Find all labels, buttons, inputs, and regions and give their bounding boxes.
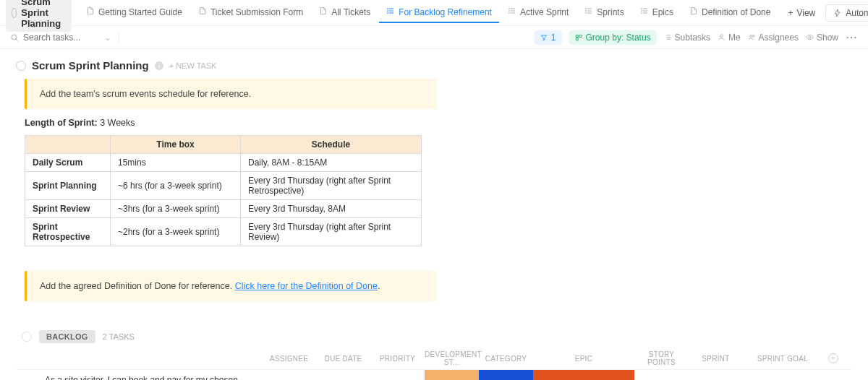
add-column-button[interactable]: + (828, 353, 838, 363)
doc-icon (689, 7, 698, 17)
info-icon[interactable]: i (155, 61, 163, 70)
svg-point-0 (388, 9, 388, 9)
column-header[interactable]: PRIORITY (370, 355, 425, 363)
group-collapse-icon[interactable] (22, 332, 32, 342)
table-cell: Sprint Review (25, 200, 111, 218)
column-header[interactable]: DUE DATE (316, 355, 370, 363)
group-label: Group by: Status (586, 33, 651, 43)
top-bar: Scrum Sprint Planning Getting Started Gu… (0, 0, 868, 26)
svg-point-15 (12, 35, 17, 40)
svg-rect-16 (576, 35, 578, 37)
column-headers: ASSIGNEEDUE DATEPRIORITYDEVELOPMENT ST..… (16, 347, 852, 369)
tab-sprints[interactable]: Sprints (577, 2, 631, 23)
show-toggle[interactable]: Show (806, 33, 838, 43)
table-cell: ~3hrs (for a 3-week sprint) (111, 200, 241, 218)
svg-rect-17 (579, 35, 581, 37)
view-tabs: Getting Started GuideTicket Submission F… (79, 2, 778, 23)
table-header: Schedule (241, 136, 422, 154)
page-title: Scrum Sprint Planning (32, 59, 149, 72)
table-row: Sprint Retrospective~2hrs (for a 3-week … (25, 218, 422, 246)
svg-point-19 (720, 35, 723, 38)
task-title[interactable]: As a site visitor, I can book and pay fo… (45, 370, 262, 380)
filter-pill[interactable]: 1 (535, 30, 562, 45)
doc-icon (319, 7, 328, 17)
page-content: Scrum Sprint Planning i + NEW TASK Add t… (0, 49, 868, 380)
automate-button[interactable]: Automate ⌄ (825, 4, 868, 22)
schedule-table: Time boxSchedule Daily Scrum15minsDaily,… (25, 135, 422, 246)
tab-label: Sprints (597, 7, 624, 17)
sprint-length-label: Length of Sprint: (25, 118, 98, 128)
group-count: 2 TASKS (103, 332, 135, 341)
svg-point-1 (388, 11, 388, 12)
collapse-icon[interactable] (16, 61, 26, 71)
new-task-inline[interactable]: + NEW TASK (169, 61, 217, 70)
epic-badge[interactable]: Booking Services (533, 370, 634, 380)
list-icon (640, 7, 649, 17)
group-name[interactable]: BACKLOG (39, 330, 95, 343)
dod-link[interactable]: Click here for the Definition of Done (235, 281, 378, 291)
table-cell: ~2hrs (for a 3-week sprint) (111, 218, 241, 246)
eye-icon (806, 33, 814, 41)
tab-ticket-submission-form[interactable]: Ticket Submission Form (191, 2, 310, 23)
subtasks-toggle[interactable]: Subtasks (664, 33, 710, 43)
column-header[interactable]: SPRINT (689, 355, 743, 363)
group-by-pill[interactable]: Group by: Status (569, 30, 657, 45)
svg-point-3 (509, 9, 509, 9)
svg-point-22 (809, 36, 811, 38)
tab-getting-started-guide[interactable]: Getting Started Guide (79, 2, 190, 23)
add-view-label: View (796, 8, 815, 18)
filter-icon (540, 34, 548, 41)
table-cell: Every 3rd Thursday (right after Sprint R… (241, 218, 422, 246)
column-header[interactable]: ASSIGNEE (262, 355, 316, 363)
people-icon (748, 33, 756, 41)
tab-active-sprint[interactable]: Active Sprint (501, 2, 576, 23)
person-icon (718, 33, 726, 41)
search-icon (10, 33, 19, 42)
status-group: BACKLOG 2 TASKS ASSIGNEEDUE DATEPRIORITY… (16, 330, 852, 380)
search-box[interactable]: ⌄ (10, 33, 111, 43)
dev-status-badge[interactable]: Pending (425, 370, 479, 380)
svg-point-7 (586, 11, 587, 12)
svg-point-6 (586, 9, 587, 9)
tab-label: Epics (652, 7, 673, 17)
tab-definition-of-done[interactable]: Definition of Done (682, 2, 778, 23)
add-view-button[interactable]: + View (780, 5, 822, 21)
tab-label: All Tickets (331, 7, 370, 17)
workspace-title-chip[interactable]: Scrum Sprint Planning (6, 0, 72, 32)
callout-text: Add the team's scrum events schedule for… (40, 89, 251, 99)
table-header (25, 136, 111, 154)
divider (119, 31, 119, 44)
bolt-icon (833, 9, 842, 17)
assignees-filter[interactable]: Assignees (748, 33, 799, 43)
category-badge[interactable]: Story (479, 370, 533, 380)
tab-epics[interactable]: Epics (633, 2, 681, 23)
chevron-down-icon[interactable]: ⌄ (104, 33, 111, 43)
tab-label: Ticket Submission Form (210, 7, 303, 17)
table-header: Time box (111, 136, 241, 154)
column-header[interactable]: DEVELOPMENT ST... (425, 350, 479, 366)
sprint-length-value: 3 Weeks (98, 118, 135, 128)
svg-point-9 (641, 9, 642, 9)
table-cell: Sprint Planning (25, 172, 111, 200)
tab-for-backlog-refinement[interactable]: For Backlog Refinement (379, 2, 499, 23)
task-row[interactable]: As a site visitor, I can book and pay fo… (16, 369, 852, 380)
svg-rect-18 (576, 38, 578, 40)
me-filter[interactable]: Me (718, 33, 741, 43)
list-icon (584, 7, 593, 17)
table-cell: 15mins (111, 154, 241, 172)
callout-dod: Add the agreed Definition of Done for re… (25, 271, 437, 301)
table-row: Sprint Review~3hrs (for a 3-week sprint)… (25, 200, 422, 218)
column-header[interactable]: CATEGORY (479, 355, 533, 363)
doc-icon (86, 7, 95, 17)
tab-all-tickets[interactable]: All Tickets (312, 2, 378, 23)
table-cell: Sprint Retrospective (25, 218, 111, 246)
search-input[interactable] (23, 33, 95, 43)
column-header[interactable]: SPRINT GOAL (743, 355, 822, 363)
svg-point-2 (388, 13, 388, 14)
table-cell: Every 3rd Thursday (right after Sprint R… (241, 172, 422, 200)
column-header[interactable]: STORY POINTS (634, 350, 689, 366)
more-menu[interactable]: ⋯ (846, 30, 858, 44)
automate-label: Automate (846, 8, 868, 18)
column-header[interactable]: EPIC (533, 355, 634, 363)
list-icon (508, 7, 516, 17)
